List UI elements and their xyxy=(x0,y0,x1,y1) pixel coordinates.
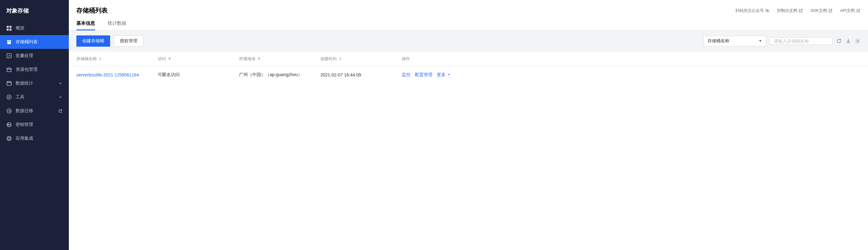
sidebar-item-overview[interactable]: 概览 xyxy=(0,21,69,35)
search-box xyxy=(770,37,832,45)
download-button[interactable] xyxy=(845,38,851,44)
page-title: 存储桶列表 xyxy=(76,6,107,15)
sidebar-item-package[interactable]: 资源包管理 xyxy=(0,63,69,77)
svg-rect-1 xyxy=(9,26,11,28)
svg-point-11 xyxy=(8,124,9,126)
grid-icon xyxy=(6,25,12,31)
app-icon xyxy=(6,136,12,141)
column-header-created[interactable]: 创建时间 xyxy=(320,56,402,62)
sidebar-item-tool[interactable]: 工具 xyxy=(0,90,69,104)
header-links: 扫码关注公众号 控制台文档 SDK文档 API文档 xyxy=(735,8,861,13)
bucket-table: 存储桶名称 访问 所属地域 创建时间 操作 xyxy=(69,52,868,83)
filter-icon xyxy=(257,57,261,61)
sidebar-item-label: 工具 xyxy=(16,94,58,100)
tabs: 基本信息 统计数据 xyxy=(69,15,868,30)
external-link-icon xyxy=(856,8,861,13)
filter-icon xyxy=(168,57,172,61)
sidebar-title: 对象存储 xyxy=(0,0,69,21)
filter-select[interactable]: 存储桶名称 xyxy=(704,36,766,46)
header-link-qrcode[interactable]: 扫码关注公众号 xyxy=(735,8,769,13)
sidebar-item-label: 资源包管理 xyxy=(16,67,63,72)
chevron-down-icon xyxy=(58,81,63,86)
cell-access: 可匿名访问 xyxy=(158,72,239,78)
header-link-label: 控制台文档 xyxy=(777,8,797,13)
toolbar: 创建存储桶 授权管理 存储桶名称 xyxy=(69,30,868,52)
auth-manage-button[interactable]: 授权管理 xyxy=(114,35,143,47)
refresh-button[interactable] xyxy=(836,38,842,44)
svg-point-15 xyxy=(767,10,769,11)
sidebar-item-stats[interactable]: 数据统计 xyxy=(0,77,69,90)
column-header-action: 操作 xyxy=(402,56,861,62)
caret-down-icon xyxy=(447,73,450,76)
sidebar-item-label: 批量处理 xyxy=(16,53,63,59)
cell-region: 广州（中国）（ap-guangzhou） xyxy=(239,72,320,78)
migrate-icon xyxy=(6,108,12,114)
table-header: 存储桶名称 访问 所属地域 创建时间 操作 xyxy=(69,52,868,66)
caret-down-icon xyxy=(759,39,762,43)
svg-point-12 xyxy=(7,136,11,141)
header-link-label: 扫码关注公众号 xyxy=(735,8,764,13)
svg-point-8 xyxy=(8,96,10,98)
sidebar-item-label: 存储桶列表 xyxy=(16,39,63,45)
sidebar-item-bucket-list[interactable]: 存储桶列表 xyxy=(0,35,69,49)
sidebar: 对象存储 概览 存储桶列表 批量处理 资源包管理 数据统计 xyxy=(0,0,69,250)
page-header: 存储桶列表 扫码关注公众号 控制台文档 SDK文档 API文档 xyxy=(69,0,868,15)
sidebar-item-label: 数据迁移 xyxy=(16,108,56,114)
column-label: 存储桶名称 xyxy=(76,56,97,62)
cell-action: 监控 配置管理 更多 xyxy=(402,72,861,78)
sidebar-item-label: 密钥管理 xyxy=(16,122,63,128)
cell-created: 2021-02-07 16:44:09 xyxy=(320,72,402,78)
toolbar-right: 存储桶名称 xyxy=(704,36,861,46)
column-label: 所属地域 xyxy=(239,56,255,62)
bucket-name-link[interactable]: serverlesslife-2021-1259061164 xyxy=(76,72,139,77)
search-input[interactable] xyxy=(774,38,829,44)
svg-rect-3 xyxy=(9,28,11,31)
action-more-label: 更多 xyxy=(437,72,445,77)
sidebar-item-label: 数据统计 xyxy=(16,81,58,86)
sidebar-item-migrate[interactable]: 数据迁移 xyxy=(0,104,69,118)
cell-name: serverlesslife-2021-1259061164 xyxy=(76,72,158,78)
tab-basic-info[interactable]: 基本信息 xyxy=(76,20,95,30)
settings-button[interactable] xyxy=(855,38,861,44)
column-header-region[interactable]: 所属地域 xyxy=(239,56,320,62)
header-link-sdk-doc[interactable]: SDK文档 xyxy=(810,8,833,13)
svg-rect-6 xyxy=(7,81,11,85)
svg-rect-5 xyxy=(7,68,11,72)
column-header-name[interactable]: 存储桶名称 xyxy=(76,56,158,62)
sort-icon xyxy=(99,57,102,61)
sort-icon xyxy=(339,57,342,61)
external-link-icon xyxy=(58,109,63,113)
sidebar-item-app[interactable]: 应用集成 xyxy=(0,132,69,145)
column-label: 操作 xyxy=(402,56,410,62)
svg-rect-13 xyxy=(8,138,10,140)
table-row: serverlesslife-2021-1259061164 可匿名访问 广州（… xyxy=(69,66,868,83)
create-bucket-button[interactable]: 创建存储桶 xyxy=(76,35,110,47)
action-config[interactable]: 配置管理 xyxy=(415,72,432,78)
chevron-down-icon xyxy=(58,95,63,99)
header-link-console-doc[interactable]: 控制台文档 xyxy=(777,8,803,13)
sidebar-item-label: 概览 xyxy=(16,25,63,31)
action-monitor[interactable]: 监控 xyxy=(402,72,410,78)
sidebar-item-key[interactable]: 密钥管理 xyxy=(0,118,69,132)
svg-point-17 xyxy=(857,40,859,42)
sidebar-item-batch[interactable]: 批量处理 xyxy=(0,49,69,63)
sidebar-menu: 概览 存储桶列表 批量处理 资源包管理 数据统计 工具 xyxy=(0,21,69,145)
target-icon xyxy=(6,94,12,100)
wechat-icon xyxy=(765,8,769,13)
header-link-api-doc[interactable]: API文档 xyxy=(840,8,861,13)
column-label: 创建时间 xyxy=(320,56,337,62)
key-icon xyxy=(6,122,12,128)
column-label: 访问 xyxy=(158,56,166,62)
main-content: 存储桶列表 扫码关注公众号 控制台文档 SDK文档 API文档 xyxy=(69,0,868,250)
action-more[interactable]: 更多 xyxy=(437,72,450,78)
svg-rect-0 xyxy=(7,26,9,28)
batch-icon xyxy=(6,53,12,59)
select-value: 存储桶名称 xyxy=(708,38,730,44)
calendar-icon xyxy=(6,81,12,86)
sidebar-item-label: 应用集成 xyxy=(16,136,63,141)
column-header-access[interactable]: 访问 xyxy=(158,56,239,62)
tab-statistics[interactable]: 统计数据 xyxy=(107,20,126,30)
search-icon[interactable] xyxy=(829,38,829,44)
package-icon xyxy=(6,67,12,72)
header-link-label: API文档 xyxy=(840,8,855,13)
